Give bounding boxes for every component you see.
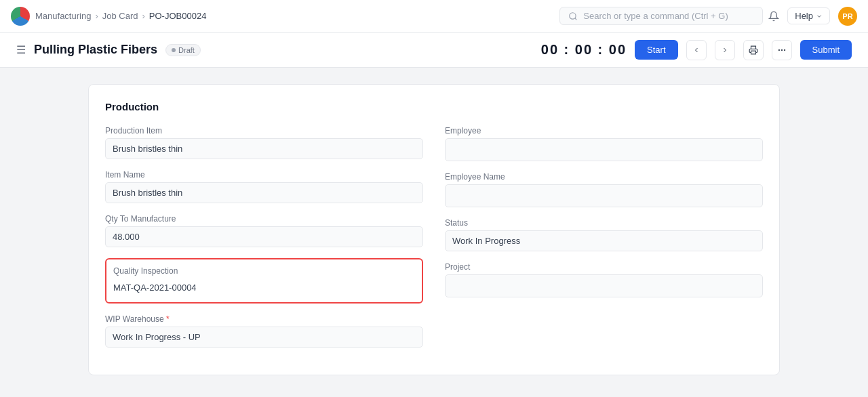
qty-label: Qty To Manufacture: [105, 214, 423, 224]
quality-inspection-group: Quality Inspection: [105, 258, 423, 304]
status-input[interactable]: [445, 230, 763, 251]
status-group: Status: [445, 218, 763, 251]
production-item-group: Production Item: [105, 126, 423, 159]
breadcrumb-manufacturing[interactable]: Manufacturing: [35, 11, 91, 21]
production-form-card: Production Production Item Item Name Qty…: [88, 84, 780, 375]
employee-input[interactable]: [445, 138, 763, 161]
search-bar[interactable]: Search or type a command (Ctrl + G): [559, 7, 763, 25]
draft-dot: [172, 48, 176, 52]
draft-label: Draft: [178, 46, 195, 54]
next-button[interactable]: [715, 40, 735, 60]
svg-point-5: [784, 49, 785, 50]
svg-line-1: [575, 18, 577, 20]
right-column: Employee Employee Name Status Project: [445, 126, 763, 358]
status-label: Status: [445, 218, 763, 228]
employee-name-group: Employee Name: [445, 172, 763, 207]
timer-display: 00 : 00 : 00: [541, 42, 627, 58]
form-grid: Production Item Item Name Qty To Manufac…: [105, 126, 763, 358]
wip-warehouse-group: WIP Warehouse *: [105, 314, 423, 348]
notifications-button[interactable]: [768, 11, 779, 22]
chevron-right-icon: [721, 46, 729, 54]
project-group: Project: [445, 262, 763, 297]
search-placeholder: Search or type a command (Ctrl + G): [583, 11, 728, 21]
app-logo[interactable]: [11, 7, 30, 26]
qty-input[interactable]: [105, 226, 423, 247]
chevron-down-icon: [816, 13, 823, 20]
employee-group: Employee: [445, 126, 763, 161]
breadcrumb-job-card[interactable]: Job Card: [102, 11, 138, 21]
prev-button[interactable]: [686, 40, 707, 60]
chevron-left-icon: [692, 46, 701, 54]
svg-point-4: [781, 49, 782, 50]
search-icon: [568, 12, 578, 21]
menu-toggle[interactable]: ☰: [16, 43, 26, 56]
svg-point-3: [778, 49, 779, 50]
main-content: Production Production Item Item Name Qty…: [0, 68, 868, 397]
submit-button[interactable]: Submit: [800, 40, 852, 60]
project-input[interactable]: [445, 274, 763, 297]
start-button[interactable]: Start: [635, 40, 677, 60]
more-options-button[interactable]: [772, 40, 792, 60]
wip-warehouse-input[interactable]: [105, 327, 423, 348]
help-button[interactable]: Help: [787, 7, 830, 24]
more-horizontal-icon: [777, 45, 787, 55]
print-button[interactable]: [743, 40, 764, 60]
qty-group: Qty To Manufacture: [105, 214, 423, 247]
project-label: Project: [445, 262, 763, 272]
page-title: Pulling Plastic Fibers: [34, 43, 157, 57]
breadcrumb: Manufacturing › Job Card › PO-JOB00024: [35, 11, 206, 21]
item-name-group: Item Name: [105, 170, 423, 203]
top-navigation: Manufacturing › Job Card › PO-JOB00024 S…: [0, 0, 868, 33]
employee-name-label: Employee Name: [445, 172, 763, 182]
production-item-input[interactable]: [105, 138, 423, 159]
quality-inspection-label: Quality Inspection: [113, 266, 415, 276]
production-item-label: Production Item: [105, 126, 423, 135]
breadcrumb-sep-1: ›: [95, 11, 98, 21]
breadcrumb-current: PO-JOB00024: [149, 11, 207, 21]
svg-rect-2: [751, 51, 755, 54]
employee-name-input[interactable]: [445, 184, 763, 207]
employee-label: Employee: [445, 126, 763, 135]
topnav-actions: Help PR: [768, 7, 857, 26]
svg-point-0: [570, 12, 576, 18]
status-badge: Draft: [165, 44, 201, 56]
quality-inspection-input[interactable]: [113, 280, 415, 295]
required-star: *: [166, 314, 170, 324]
page-header: ☰ Pulling Plastic Fibers Draft 00 : 00 :…: [0, 33, 868, 68]
wip-warehouse-label: WIP Warehouse *: [105, 314, 423, 324]
breadcrumb-sep-2: ›: [142, 11, 144, 21]
printer-icon: [749, 45, 758, 55]
left-column: Production Item Item Name Qty To Manufac…: [105, 126, 423, 358]
section-title: Production: [105, 101, 763, 112]
user-avatar[interactable]: PR: [838, 7, 857, 26]
item-name-input[interactable]: [105, 182, 423, 203]
bell-icon: [768, 11, 779, 22]
help-label: Help: [795, 11, 813, 21]
item-name-label: Item Name: [105, 170, 423, 180]
